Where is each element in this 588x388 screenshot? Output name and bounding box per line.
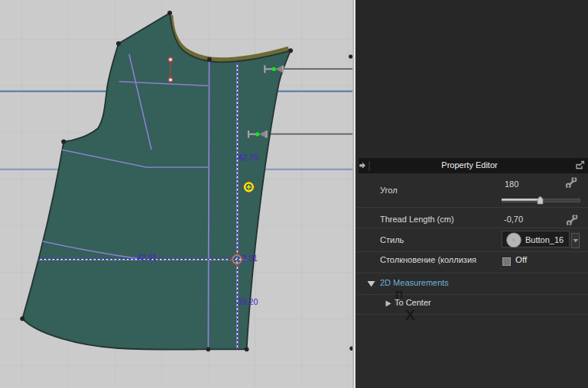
svg-text:42.70: 42.70 <box>239 153 258 162</box>
svg-text:42.91: 42.91 <box>137 253 157 262</box>
svg-text:2.31: 2.31 <box>242 254 258 263</box>
svg-text:19.20: 19.20 <box>238 297 258 306</box>
